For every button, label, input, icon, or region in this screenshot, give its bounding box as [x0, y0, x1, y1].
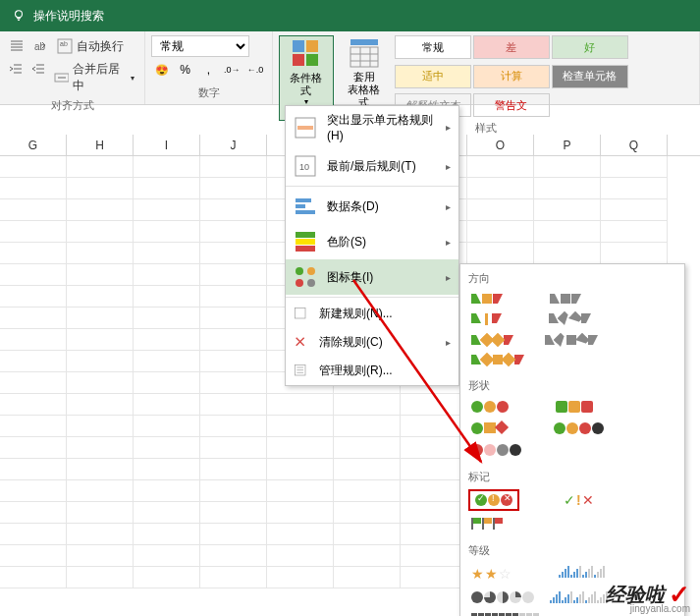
increase-decimal-button[interactable]: .0→	[221, 59, 242, 81]
decrease-decimal-button[interactable]: ←.0	[244, 59, 266, 81]
cell[interactable]	[200, 286, 267, 308]
cell[interactable]	[67, 416, 134, 437]
cell[interactable]	[0, 372, 67, 394]
cell[interactable]	[467, 199, 534, 221]
cell[interactable]	[134, 264, 200, 286]
iconset-3-arrows[interactable]	[468, 291, 506, 307]
cell[interactable]	[267, 567, 334, 588]
cell[interactable]	[0, 567, 67, 588]
iconset-4-arrows-gray[interactable]	[546, 310, 594, 328]
style-check-cell[interactable]: 检查单元格	[552, 65, 628, 88]
cell[interactable]	[67, 459, 134, 480]
iconset-3-flags[interactable]: .flag::after{background:var(--fc,#4ea72e…	[468, 515, 506, 532]
cell[interactable]	[401, 416, 467, 437]
cell[interactable]	[267, 545, 334, 567]
cell[interactable]	[401, 502, 467, 524]
cell[interactable]	[0, 502, 67, 524]
cell[interactable]	[0, 199, 67, 221]
cell[interactable]	[134, 459, 200, 480]
cell[interactable]	[200, 416, 267, 437]
menu-data-bars[interactable]: 数据条(D) ▸	[286, 189, 458, 224]
col-header[interactable]: O	[467, 135, 534, 155]
cell[interactable]	[0, 437, 67, 459]
cell[interactable]	[0, 308, 67, 329]
cell[interactable]	[200, 243, 267, 264]
iconset-5-ratings[interactable]	[547, 588, 611, 606]
merge-center-button[interactable]: 合并后居中 ▾	[50, 59, 138, 96]
cell[interactable]	[0, 545, 67, 567]
cell[interactable]	[601, 221, 668, 243]
cell[interactable]	[0, 480, 67, 502]
cell[interactable]	[0, 178, 67, 199]
col-header[interactable]: J	[200, 135, 267, 155]
menu-color-scales[interactable]: 色阶(S) ▸	[286, 224, 458, 259]
cell[interactable]	[200, 545, 267, 567]
cell[interactable]	[134, 372, 200, 394]
cell[interactable]	[200, 156, 267, 178]
cell[interactable]	[601, 243, 668, 264]
menu-clear-rules[interactable]: 清除规则(C) ▸	[286, 328, 458, 357]
iconset-3-stars[interactable]: ★★☆	[468, 563, 514, 585]
cell[interactable]	[0, 329, 67, 351]
cell[interactable]	[334, 502, 401, 524]
style-good[interactable]: 好	[552, 35, 628, 59]
col-header[interactable]: Q	[601, 135, 668, 155]
menu-icon-sets[interactable]: 图标集(I) ▸	[286, 259, 458, 295]
cell[interactable]	[200, 437, 267, 459]
cell[interactable]	[134, 524, 200, 545]
menu-new-rule[interactable]: 新建规则(N)...	[286, 300, 458, 328]
percent-button[interactable]: %	[175, 59, 196, 81]
comma-button[interactable]: ,	[198, 59, 220, 81]
decrease-indent-button[interactable]	[6, 59, 27, 81]
iconset-5-arrows[interactable]	[468, 352, 527, 367]
cell[interactable]	[267, 502, 334, 524]
cell[interactable]	[467, 156, 534, 178]
cell[interactable]	[401, 437, 467, 459]
menu-top-bottom[interactable]: 10 最前/最后规则(T) ▸	[286, 148, 458, 184]
cell[interactable]	[267, 416, 334, 437]
iconset-3-symbols[interactable]: ✓!✕	[561, 489, 597, 511]
cell[interactable]	[134, 156, 200, 178]
cell[interactable]	[0, 524, 67, 545]
iconset-4-ratings[interactable]	[556, 563, 608, 585]
cell[interactable]	[0, 156, 67, 178]
cell[interactable]	[200, 567, 267, 588]
cell[interactable]	[200, 394, 267, 416]
cell[interactable]	[467, 178, 534, 199]
cell[interactable]	[0, 416, 67, 437]
iconset-3-symbols-circled[interactable]: ✓!✕	[468, 489, 519, 511]
cell[interactable]	[200, 199, 267, 221]
cell[interactable]	[67, 243, 134, 264]
cell[interactable]	[67, 178, 134, 199]
number-format-select[interactable]: 常规	[151, 35, 249, 57]
cell[interactable]	[67, 372, 134, 394]
cell[interactable]	[200, 221, 267, 243]
cell[interactable]	[267, 480, 334, 502]
cell[interactable]	[134, 221, 200, 243]
cell[interactable]	[334, 437, 401, 459]
cell[interactable]	[67, 329, 134, 351]
cell[interactable]	[467, 221, 534, 243]
cell[interactable]	[134, 199, 200, 221]
style-warning[interactable]: 警告文	[473, 93, 550, 117]
cell[interactable]	[200, 329, 267, 351]
cell[interactable]	[134, 416, 200, 437]
cell[interactable]	[0, 459, 67, 480]
style-bad[interactable]: 差	[473, 35, 550, 59]
cell[interactable]	[134, 178, 200, 199]
cell[interactable]	[200, 524, 267, 545]
cell[interactable]	[401, 459, 467, 480]
cell[interactable]	[334, 545, 401, 567]
cell[interactable]	[534, 178, 601, 199]
cell[interactable]	[334, 524, 401, 545]
cell[interactable]	[200, 372, 267, 394]
increase-indent-button[interactable]	[28, 59, 49, 81]
cell[interactable]	[200, 480, 267, 502]
cell[interactable]	[200, 459, 267, 480]
cell[interactable]	[0, 286, 67, 308]
orientation-button[interactable]: ab	[29, 35, 51, 57]
style-normal[interactable]: 常规	[395, 35, 471, 59]
iconset-3-traffic-lights[interactable]	[468, 398, 512, 416]
iconset-5-quarters[interactable]	[468, 588, 537, 606]
cell[interactable]	[534, 156, 601, 178]
